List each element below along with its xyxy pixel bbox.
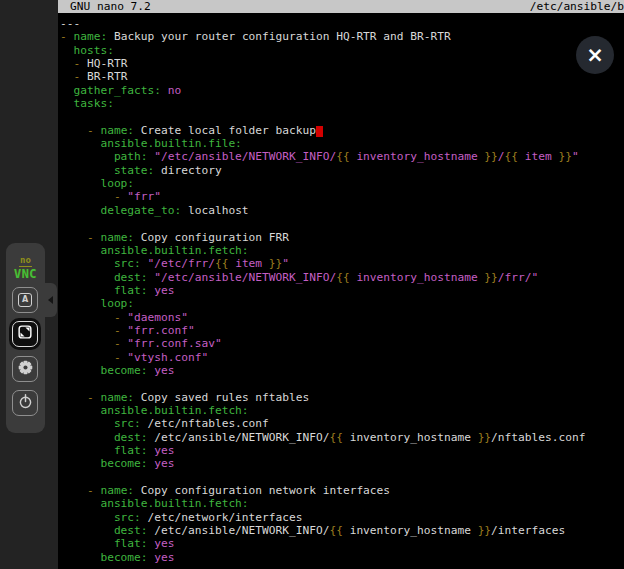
editor-line: ansible.builtin.file: bbox=[60, 137, 624, 150]
editor-line: --- bbox=[60, 17, 624, 30]
editor-line: - name: Backup your router configuration… bbox=[60, 30, 624, 43]
editor-line bbox=[60, 471, 624, 484]
editor-line: - name: Create local folder backup bbox=[60, 124, 624, 137]
fullscreen-icon bbox=[16, 323, 34, 345]
editor-line bbox=[60, 217, 624, 230]
keyboard-icon: A bbox=[18, 293, 32, 307]
editor-line bbox=[60, 377, 624, 390]
editor-line: - "frr" bbox=[60, 190, 624, 203]
editor-line: - "frr.conf" bbox=[60, 324, 624, 337]
editor-line: path: "/etc/ansible/NETWORK_INFO/{{ inve… bbox=[60, 150, 624, 163]
editor-line: - BR-RTR bbox=[60, 70, 624, 83]
close-button[interactable]: × bbox=[576, 36, 614, 74]
editor-line: ansible.builtin.fetch: bbox=[60, 404, 624, 417]
nano-titlebar: GNU nano 7.2 /etc/ansible/b bbox=[58, 0, 624, 13]
editor-line bbox=[60, 110, 624, 123]
editor-line: - "vtysh.conf" bbox=[60, 351, 624, 364]
collapse-arrow-icon bbox=[48, 296, 53, 304]
terminal-window: GNU nano 7.2 /etc/ansible/b ---- name: B… bbox=[58, 0, 624, 569]
control-bar-handle[interactable] bbox=[45, 283, 57, 317]
novnc-control-bar: no VNC A bbox=[6, 243, 45, 433]
editor-line: - name: Copy configuration network inter… bbox=[60, 484, 624, 497]
novnc-logo-no: no bbox=[19, 256, 32, 267]
editor-line: - HQ-RTR bbox=[60, 57, 624, 70]
editor-line: flat: yes bbox=[60, 444, 624, 457]
editor-line: dest: /etc/ansible/NETWORK_INFO/{{ inven… bbox=[60, 431, 624, 444]
fullscreen-button[interactable] bbox=[12, 321, 38, 347]
editor-line: src: /etc/nftables.conf bbox=[60, 417, 624, 430]
editor-line: flat: yes bbox=[60, 537, 624, 550]
editor-line: - name: Copy saved rules nftables bbox=[60, 391, 624, 404]
editor-line: ansible.builtin.fetch: bbox=[60, 244, 624, 257]
show-keyboard-button[interactable]: A bbox=[12, 287, 38, 313]
editor-line: - "daemons" bbox=[60, 311, 624, 324]
editor-line: become: yes bbox=[60, 457, 624, 470]
gear-icon bbox=[17, 359, 34, 380]
close-icon: × bbox=[586, 43, 604, 67]
editor-line: dest: "/etc/ansible/NETWORK_INFO/{{ inve… bbox=[60, 271, 624, 284]
editor-line: state: directory bbox=[60, 164, 624, 177]
editor-line: delegate_to: localhost bbox=[60, 204, 624, 217]
editor-line: src: "/etc/frr/{{ item }}" bbox=[60, 257, 624, 270]
editor-area[interactable]: ---- name: Backup your router configurat… bbox=[58, 13, 624, 569]
settings-button[interactable] bbox=[12, 356, 38, 382]
editor-line: ansible.builtin.fetch: bbox=[60, 497, 624, 510]
editor-line: dest: /etc/ansible/NETWORK_INFO/{{ inven… bbox=[60, 524, 624, 537]
novnc-logo-vnc: VNC bbox=[6, 268, 45, 280]
power-icon bbox=[17, 393, 34, 414]
editor-line: hosts: bbox=[60, 44, 624, 57]
power-button[interactable] bbox=[12, 390, 38, 416]
nano-app-title: GNU nano 7.2 bbox=[70, 0, 151, 13]
editor-line: - name: Copy configuration FRR bbox=[60, 231, 624, 244]
editor-line: become: yes bbox=[60, 551, 624, 564]
editor-line: loop: bbox=[60, 177, 624, 190]
novnc-logo: no VNC bbox=[6, 250, 45, 280]
text-cursor bbox=[316, 126, 323, 137]
editor-line: flat: yes bbox=[60, 284, 624, 297]
editor-line: - "frr.conf.sav" bbox=[60, 337, 624, 350]
editor-line: become: yes bbox=[60, 364, 624, 377]
editor-line: src: /etc/network/interfaces bbox=[60, 511, 624, 524]
editor-line: gather_facts: no bbox=[60, 84, 624, 97]
editor-line: loop: bbox=[60, 297, 624, 310]
editor-line: tasks: bbox=[60, 97, 624, 110]
nano-file-path: /etc/ansible/b bbox=[530, 0, 624, 13]
